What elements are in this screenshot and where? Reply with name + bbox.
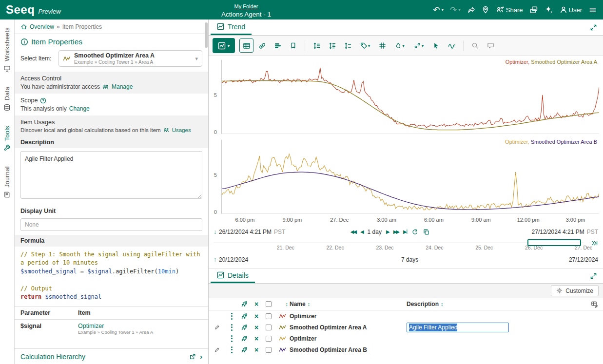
details-table-row[interactable]: × Smoothed Optimizer Area A Agile Filter… bbox=[209, 322, 603, 333]
row-checkbox[interactable] bbox=[262, 325, 275, 330]
parameter-item-link[interactable]: Optimizer bbox=[78, 323, 104, 329]
step-forward-fast-button[interactable]: ▶▶ bbox=[393, 229, 399, 234]
edit-description-icon[interactable] bbox=[209, 324, 225, 330]
investigate-start-date[interactable]: 20/12/2024 bbox=[219, 256, 248, 263]
row-checkbox[interactable] bbox=[262, 336, 275, 342]
investigate-end-date[interactable]: 27/12/2024 bbox=[569, 256, 598, 263]
ai-assistant-button[interactable] bbox=[545, 5, 553, 14]
remove-item-button[interactable]: × bbox=[251, 324, 262, 331]
sidebar-tab-journal[interactable]: Journal bbox=[3, 166, 11, 198]
step-forward-button[interactable]: ▶ bbox=[386, 229, 389, 234]
expand-trend-icon[interactable] bbox=[590, 24, 603, 31]
details-table-row[interactable]: × Optimizer bbox=[209, 333, 603, 344]
gridlines-button[interactable] bbox=[375, 38, 389, 53]
location-pin-button[interactable] bbox=[482, 6, 489, 14]
derivative-button[interactable] bbox=[445, 38, 459, 53]
question-circle-icon[interactable] bbox=[40, 97, 46, 104]
customize-button[interactable]: Customize bbox=[551, 285, 599, 296]
redo-button[interactable]: ↷▾ bbox=[450, 6, 461, 14]
step-back-button[interactable]: ◀ bbox=[360, 229, 363, 234]
formula-editor[interactable]: // Step 1: Smooth the signal using agile… bbox=[15, 247, 208, 304]
breadcrumb-overview-link[interactable]: Overview bbox=[30, 23, 54, 30]
one-lane-button[interactable] bbox=[325, 38, 339, 53]
plot-area[interactable] bbox=[221, 60, 599, 134]
legend-item[interactable]: Smoothed Optimizer Area A bbox=[531, 59, 597, 65]
table-settings-icon[interactable] bbox=[585, 301, 603, 308]
capsule-fill-button[interactable]: ▾ bbox=[391, 38, 408, 53]
tab-trend[interactable]: Trend bbox=[211, 19, 252, 35]
annotate-button[interactable] bbox=[484, 38, 498, 53]
sort-name-icon[interactable]: ↕ bbox=[308, 301, 311, 307]
item-name[interactable]: Smoothed Optimizer Area A bbox=[290, 324, 407, 331]
my-folder-link[interactable]: My Folder bbox=[234, 3, 258, 9]
labels-button[interactable]: ▾ bbox=[356, 38, 374, 53]
info-circle-icon[interactable] bbox=[20, 38, 28, 46]
select-all-checkbox[interactable] bbox=[262, 301, 275, 307]
sidebar-tab-data[interactable]: Data bbox=[3, 87, 11, 111]
row-checkbox[interactable] bbox=[262, 313, 275, 319]
legend-item[interactable]: Optimizer, bbox=[506, 59, 531, 65]
one-yaxis-button[interactable] bbox=[341, 38, 355, 53]
trend-chart-lane-1[interactable]: Optimizer, Smoothed Optimizer Area A 05 bbox=[209, 58, 603, 135]
display-unit-input[interactable] bbox=[20, 218, 202, 231]
worksheets-view-button[interactable] bbox=[529, 6, 538, 14]
customize-lanes-button[interactable] bbox=[310, 38, 324, 53]
remove-all-button[interactable]: × bbox=[251, 300, 262, 308]
sort-description-icon[interactable]: ↕ bbox=[441, 301, 444, 307]
investigate-end-icon[interactable]: ↑ bbox=[214, 256, 216, 263]
rocket-icon[interactable] bbox=[238, 346, 251, 353]
row-menu-button[interactable] bbox=[225, 312, 238, 321]
range-end[interactable]: 27/12/2024 4:21 PM bbox=[532, 229, 584, 235]
calculation-hierarchy-title[interactable]: Calculation Hierarchy bbox=[20, 353, 85, 361]
jump-to-end-icon[interactable] bbox=[591, 240, 598, 247]
capsule-lanes-button[interactable] bbox=[271, 38, 285, 53]
usages-link[interactable]: Usages bbox=[172, 127, 191, 133]
remove-item-button[interactable]: × bbox=[251, 335, 262, 343]
investigate-duration[interactable]: 7 days bbox=[401, 256, 418, 263]
description-column-header[interactable]: Description bbox=[407, 301, 439, 307]
plot-area[interactable] bbox=[221, 140, 599, 214]
rocket-icon[interactable] bbox=[238, 335, 251, 342]
item-name[interactable]: Smoothed Optimizer Area B bbox=[290, 346, 407, 353]
name-column-header[interactable]: Name bbox=[290, 301, 306, 307]
row-menu-button[interactable] bbox=[225, 323, 238, 332]
rocket-icon[interactable] bbox=[238, 301, 251, 307]
sidebar-tab-worksheets[interactable]: Worksheets bbox=[3, 27, 11, 72]
investigate-start-icon[interactable]: ↓ bbox=[214, 229, 216, 235]
panel-scrollbar[interactable] bbox=[205, 22, 208, 48]
description-edit-input[interactable]: Agile Filter Applied bbox=[407, 323, 509, 332]
expand-hierarchy-icon[interactable]: › bbox=[200, 352, 202, 361]
item-select-dropdown[interactable]: Smoothed Optimizer Area A Example » Cool… bbox=[58, 50, 202, 67]
legend-item[interactable]: Smoothed Optimizer Area B bbox=[531, 139, 597, 145]
row-menu-button[interactable] bbox=[225, 345, 238, 354]
seeq-logo[interactable]: Seeq Preview bbox=[6, 3, 61, 17]
range-duration[interactable]: 1 day bbox=[368, 229, 382, 235]
sort-by-type-icon[interactable]: ↕ bbox=[275, 301, 290, 307]
remove-item-button[interactable]: × bbox=[251, 346, 262, 354]
user-menu-button[interactable]: User bbox=[560, 6, 582, 14]
step-to-end-button[interactable]: ▶ bbox=[403, 229, 408, 234]
item-name[interactable]: Optimizer bbox=[290, 335, 407, 342]
details-table-row[interactable]: × Smoothed Optimizer Area B bbox=[209, 344, 603, 355]
table-view-button[interactable] bbox=[239, 38, 253, 53]
bookmark-button[interactable] bbox=[286, 38, 300, 53]
external-link-icon[interactable] bbox=[189, 353, 196, 360]
samples-button[interactable]: ▾ bbox=[410, 38, 428, 53]
cursors-button[interactable] bbox=[429, 38, 443, 53]
share-forward-button[interactable] bbox=[467, 6, 475, 14]
details-table-row[interactable]: × Optimizer bbox=[209, 310, 603, 322]
row-menu-button[interactable] bbox=[225, 334, 238, 343]
chain-view-button[interactable] bbox=[255, 38, 269, 53]
manage-access-link[interactable]: Manage bbox=[112, 83, 133, 90]
copy-range-button[interactable] bbox=[423, 229, 430, 235]
auto-update-button[interactable] bbox=[412, 229, 419, 235]
remove-item-button[interactable]: × bbox=[251, 312, 262, 320]
trend-chart-lane-2[interactable]: Optimizer, Smoothed Optimizer Area B 05 bbox=[209, 138, 603, 215]
view-selector-button[interactable]: ▾ bbox=[213, 38, 235, 53]
step-back-fast-button[interactable]: ◀◀ bbox=[350, 229, 356, 234]
item-name[interactable]: Optimizer bbox=[290, 313, 407, 320]
item-description[interactable]: Agile Filter Applied bbox=[407, 323, 585, 332]
scrubber-selection[interactable] bbox=[527, 239, 582, 246]
legend-item[interactable]: Optimizer, bbox=[505, 139, 531, 145]
zoom-button[interactable] bbox=[468, 38, 482, 53]
